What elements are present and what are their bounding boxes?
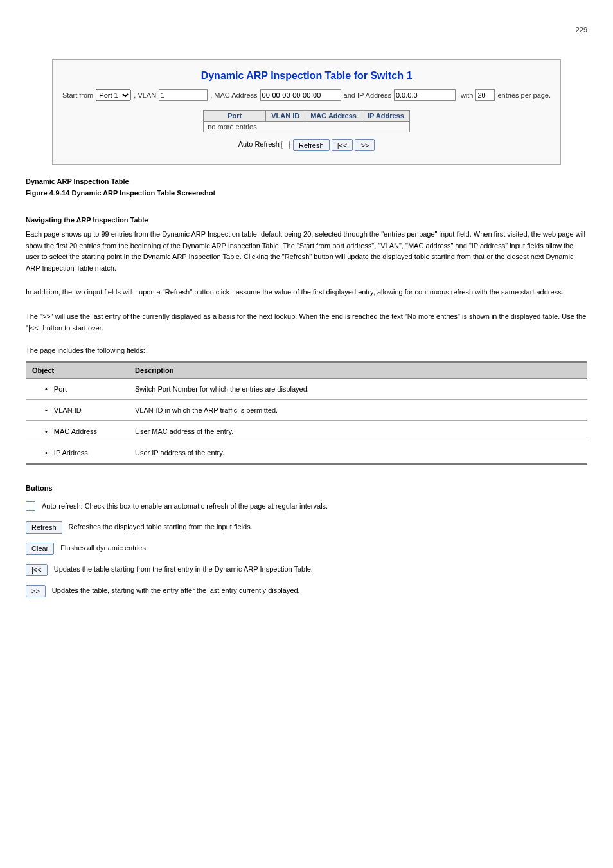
button-desc-clear-text: Flushes all dynamic entries. [60, 543, 587, 554]
refresh-button-icon: Refresh [26, 521, 62, 534]
obj-mac: MAC Address [45, 428, 97, 435]
port-select[interactable]: Port 1 [96, 89, 131, 101]
th-ip: IP Address [362, 111, 409, 122]
entries-input[interactable] [475, 89, 495, 101]
th-vlan: VLAN ID [266, 111, 305, 122]
button-desc-next: >> Updates the table, starting with the … [26, 585, 587, 597]
table-row: IP Address User IP address of the entry. [26, 442, 587, 464]
nav-paragraph-2: In addition, the two input fields will -… [26, 287, 587, 298]
mac-input[interactable] [260, 89, 341, 101]
obj-ip-desc: User IP address of the entry. [129, 442, 587, 464]
th-mac: MAC Address [305, 111, 362, 122]
clear-button-icon: Clear [26, 543, 54, 555]
with-label: with [461, 91, 474, 99]
obj-port: Port [45, 385, 67, 393]
first-button-icon: |<< [26, 564, 48, 576]
mac-label: , MAC Address [210, 91, 257, 99]
obj-vlan: VLAN ID [45, 406, 82, 414]
refresh-button[interactable]: Refresh [293, 139, 330, 151]
figure-caption: Figure 4-9-14 Dynamic ARP Inspection Tab… [26, 189, 587, 197]
button-desc-refresh: Refresh Refreshes the displayed table st… [26, 521, 587, 534]
table-header-row: Port VLAN ID MAC Address IP Address [204, 111, 410, 122]
arp-table-panel: Dynamic ARP Inspection Table for Switch … [52, 59, 561, 165]
ip-label: and IP Address [344, 91, 391, 99]
button-desc-autorefresh: Auto-refresh: Check this box to enable a… [26, 501, 587, 512]
nav-paragraph-3: The ">>" will use the last entry of the … [26, 311, 587, 334]
vlan-input[interactable] [159, 89, 208, 101]
checkbox-icon [26, 501, 35, 511]
button-desc-autorefresh-text: Auto-refresh: Check this box to enable a… [42, 501, 587, 512]
table-row: VLAN ID VLAN-ID in which the ARP traffic… [26, 400, 587, 421]
nav-heading: Navigating the ARP Inspection Table [26, 216, 587, 224]
th-port: Port [204, 111, 266, 122]
auto-refresh-checkbox[interactable] [281, 141, 290, 149]
obj-ip: IP Address [45, 449, 88, 457]
ip-input[interactable] [394, 89, 456, 101]
th-description: Description [129, 362, 587, 379]
button-desc-first-text: Updates the table starting from the firs… [54, 564, 587, 575]
filter-row: Start from Port 1 , VLAN , MAC Address a… [62, 89, 551, 101]
next-page-button[interactable]: >> [355, 139, 375, 151]
vlan-label: , VLAN [134, 91, 156, 99]
th-object: Object [26, 362, 129, 379]
first-page-button[interactable]: |<< [332, 139, 353, 151]
next-button-icon: >> [26, 585, 46, 597]
table-row: MAC Address User MAC address of the entr… [26, 421, 587, 442]
page-number-top: 229 [26, 26, 587, 33]
object-description-table: Object Description Port Switch Port Numb… [26, 361, 587, 465]
obj-vlan-desc: VLAN-ID in which the ARP traffic is perm… [129, 400, 587, 421]
controls-row: Auto Refresh Refresh |<< >> [62, 139, 551, 151]
buttons-heading: Buttons [26, 484, 587, 492]
table-row: Port Switch Port Number for which the en… [26, 379, 587, 400]
auto-refresh-label: Auto Refresh [238, 140, 280, 148]
nav-paragraph-1: Each page shows up to 99 entries from th… [26, 229, 587, 274]
panel-title: Dynamic ARP Inspection Table for Switch … [62, 70, 551, 82]
table-row-empty: no more entries [204, 122, 410, 132]
button-desc-first: |<< Updates the table starting from the … [26, 564, 587, 576]
start-from-label: Start from [62, 91, 93, 99]
arp-inspection-table: Port VLAN ID MAC Address IP Address no m… [203, 110, 410, 132]
obj-port-desc: Switch Port Number for which the entries… [129, 379, 587, 400]
button-desc-refresh-text: Refreshes the displayed table starting f… [69, 521, 587, 533]
button-desc-clear: Clear Flushes all dynamic entries. [26, 543, 587, 555]
entries-suffix: entries per page. [497, 91, 551, 99]
no-more-entries: no more entries [204, 122, 410, 132]
obj-mac-desc: User MAC address of the entry. [129, 421, 587, 442]
table-intro: The page includes the following fields: [26, 347, 587, 354]
section-title: Dynamic ARP Inspection Table [26, 177, 587, 185]
button-desc-next-text: Updates the table, starting with the ent… [52, 585, 587, 597]
